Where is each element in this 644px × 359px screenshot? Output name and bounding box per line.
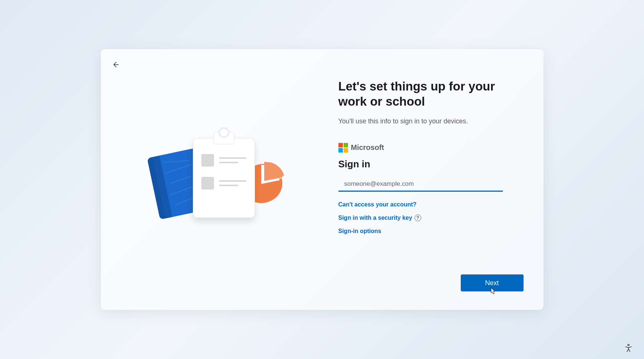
svg-point-7 [628, 344, 629, 346]
page-subtitle: You'll use this info to sign in to your … [338, 117, 514, 125]
security-key-link-text: Sign in with a security key [338, 215, 412, 221]
arrow-left-icon [111, 60, 120, 69]
work-school-illustration [141, 131, 289, 228]
microsoft-brand: Microsoft [338, 143, 514, 153]
content-panel: Let's set things up for your work or sch… [322, 49, 544, 310]
signin-heading: Sign in [338, 158, 514, 170]
clipboard-icon [193, 138, 255, 218]
illustration-panel [101, 49, 322, 310]
page-title: Let's set things up for your work or sch… [338, 79, 514, 109]
microsoft-logo-icon [338, 143, 348, 153]
cant-access-account-link[interactable]: Can't access your account? [338, 201, 417, 208]
security-key-link[interactable]: Sign in with a security key ? [338, 215, 421, 221]
microsoft-brand-text: Microsoft [351, 143, 384, 152]
email-input[interactable] [338, 177, 503, 192]
help-icon[interactable]: ? [415, 215, 421, 221]
accessibility-icon [624, 343, 633, 352]
back-button[interactable] [109, 58, 122, 71]
accessibility-button[interactable] [624, 343, 633, 354]
signin-options-link[interactable]: Sign-in options [338, 228, 381, 235]
next-button[interactable]: Next [461, 274, 524, 291]
setup-card: Let's set things up for your work or sch… [101, 49, 544, 310]
